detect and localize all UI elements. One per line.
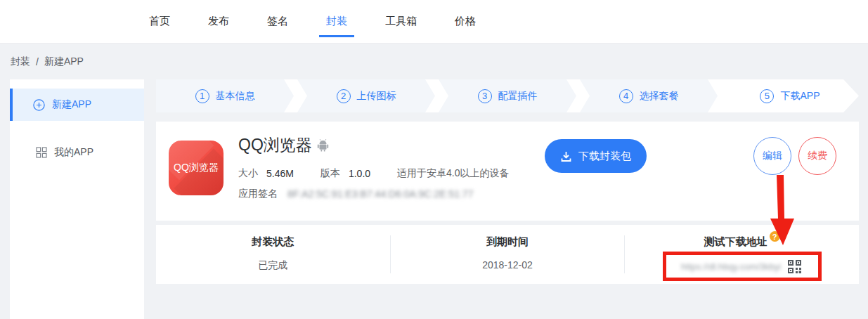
- step-wizard: 1 基本信息 2 上传图标 3 配置插件 4 选择套餐 5 下载APP: [156, 79, 859, 112]
- tab-signature[interactable]: 签名: [266, 12, 290, 31]
- step-number: 5: [760, 89, 774, 103]
- download-icon: [560, 150, 572, 162]
- grid-icon: [36, 147, 47, 158]
- sidebar-item-my-app[interactable]: 我的APP: [10, 136, 144, 169]
- app-title: QQ浏览器: [238, 134, 312, 156]
- test-download-header: 测试下载地址 ?: [704, 235, 780, 249]
- highlight-box: https://dl.hbqy.com/3kbyi: [663, 252, 822, 281]
- app-signature-redacted: 8F:A2:5C:91:E3:B7:44:D6:0A:9C:2E:51:77: [287, 188, 474, 200]
- version-label: 版本: [320, 167, 340, 180]
- question-badge-icon[interactable]: ?: [770, 231, 780, 242]
- expiry-header: 到期时间: [486, 235, 529, 249]
- test-download-url-redacted[interactable]: https://dl.hbqy.com/3kbyi: [681, 261, 781, 272]
- step-upload-icon[interactable]: 2 上传图标: [297, 79, 435, 112]
- plus-circle-icon: [33, 99, 45, 111]
- qr-code-icon[interactable]: [786, 259, 803, 275]
- package-status-header: 封装状态: [252, 235, 294, 249]
- android-icon: [317, 138, 329, 152]
- download-package-button[interactable]: 下载封装包: [545, 139, 647, 173]
- test-download-column: 测试下载地址 ? https://dl.hbqy.com/3kbyi: [624, 235, 859, 273]
- breadcrumb-current: 新建APP: [44, 56, 84, 68]
- tab-home[interactable]: 首页: [148, 12, 171, 31]
- app-info: QQ浏览器 大小 5.46M 版本 1.0.0 适用于安卓4.0以: [238, 134, 510, 200]
- step-label: 下载APP: [780, 90, 820, 103]
- sidebar-item-new-app[interactable]: 新建APP: [10, 89, 144, 121]
- status-section: 封装状态 已完成 到期时间 2018-12-02 测试下载地址 ? https:…: [156, 225, 859, 284]
- app-icon: QQ浏览器: [169, 141, 224, 195]
- step-number: 2: [337, 89, 351, 103]
- step-label: 上传图标: [357, 90, 396, 103]
- step-label: 配置插件: [498, 90, 538, 103]
- sidebar-item-label: 我的APP: [54, 146, 93, 159]
- step-label: 基本信息: [216, 90, 255, 103]
- sidebar-item-label: 新建APP: [52, 98, 91, 111]
- breadcrumb-root[interactable]: 封装: [11, 56, 30, 68]
- breadcrumb-separator: /: [36, 56, 39, 67]
- step-number: 1: [195, 89, 209, 103]
- edit-label: 编辑: [763, 150, 782, 162]
- step-basic-info[interactable]: 1 基本信息: [156, 79, 294, 112]
- tab-price[interactable]: 价格: [453, 12, 477, 31]
- size-value: 5.46M: [266, 168, 294, 179]
- tab-toolbox[interactable]: 工具箱: [384, 12, 418, 31]
- package-status-column: 封装状态 已完成: [156, 235, 390, 273]
- app-icon-label: QQ浏览器: [174, 162, 219, 174]
- version-value: 1.0.0: [349, 168, 370, 179]
- edit-button[interactable]: 编辑: [753, 137, 791, 175]
- tab-publish[interactable]: 发布: [207, 12, 231, 31]
- test-download-header-label: 测试下载地址: [704, 235, 767, 249]
- top-nav: 首页 发布 签名 封装 工具箱 价格: [0, 0, 868, 44]
- step-label: 选择套餐: [640, 90, 679, 103]
- signature-label: 应用签名: [238, 188, 278, 200]
- tab-package[interactable]: 封装: [325, 12, 349, 31]
- step-number: 4: [619, 89, 633, 103]
- step-select-plan[interactable]: 4 选择套餐: [580, 79, 718, 112]
- renew-label: 续费: [808, 150, 827, 162]
- step-configure-plugin[interactable]: 3 配置插件: [439, 79, 576, 112]
- download-package-label: 下载封装包: [578, 150, 631, 163]
- expiry-value: 2018-12-02: [391, 259, 625, 271]
- size-label: 大小: [238, 167, 258, 180]
- main-content: 1 基本信息 2 上传图标 3 配置插件 4 选择套餐 5 下载APP QQ浏览…: [156, 79, 859, 284]
- renew-button[interactable]: 续费: [798, 137, 836, 175]
- package-status-value: 已完成: [156, 259, 390, 272]
- sidebar: 新建APP 我的APP: [10, 79, 144, 319]
- step-number: 3: [478, 89, 492, 103]
- breadcrumb: 封装 / 新建APP: [0, 44, 84, 79]
- expiry-column: 到期时间 2018-12-02: [390, 235, 625, 273]
- app-card: QQ浏览器 QQ浏览器 大小 5.46M 版本 1: [156, 122, 859, 221]
- compat-text: 适用于安卓4.0以上的设备: [397, 167, 509, 180]
- step-download-app[interactable]: 5 下载APP: [721, 79, 859, 112]
